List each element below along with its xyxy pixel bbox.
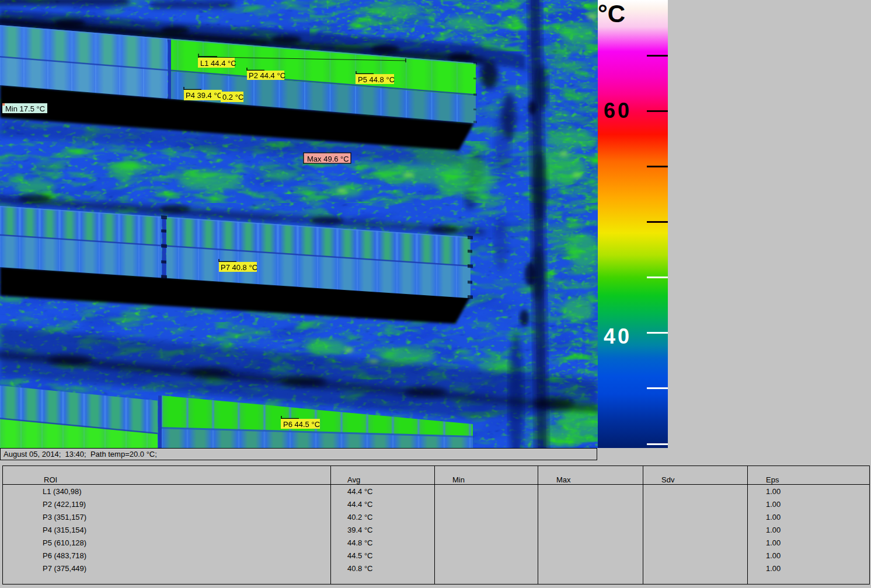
svg-text:P6 44.5 °C: P6 44.5 °C [283,420,320,429]
svg-text:P2 44.4 °C: P2 44.4 °C [249,71,285,80]
svg-text:Min 17.5 °C: Min 17.5 °C [5,104,45,113]
svg-text:P7 40.8 °C: P7 40.8 °C [221,263,257,272]
svg-text:60: 60 [604,99,632,123]
svg-text:40: 40 [604,324,632,348]
svg-text:P5 44.8 °C: P5 44.8 °C [358,75,395,84]
svg-text:P4 39.4 °C: P4 39.4 °C [186,91,222,100]
svg-text:L1 44.4 °C: L1 44.4 °C [200,59,236,68]
svg-text:°C: °C [598,0,625,27]
svg-text:Max 49.6 °C: Max 49.6 °C [307,155,349,163]
svg-text:0.2 °C: 0.2 °C [222,93,243,102]
